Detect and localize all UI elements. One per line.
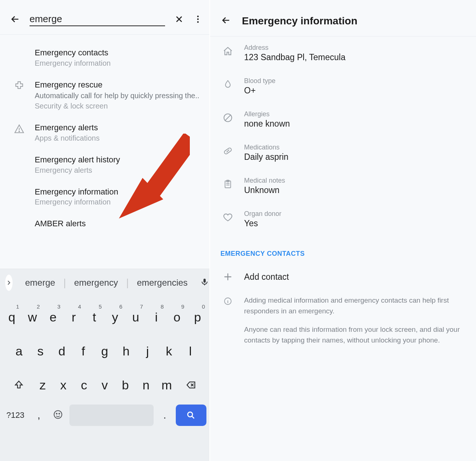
key-n[interactable]: n [137, 371, 155, 399]
mic-icon[interactable] [200, 278, 209, 288]
shift-key[interactable] [7, 371, 31, 399]
info-value: O+ [244, 86, 275, 96]
back-arrow-icon[interactable] [10, 14, 21, 26]
info-row-organdonor[interactable]: Organ donor Yes [218, 203, 469, 236]
add-contact-label: Add contact [244, 272, 289, 282]
svg-point-8 [59, 413, 59, 414]
svg-point-1 [197, 18, 199, 20]
key-k[interactable]: k [160, 337, 178, 365]
suggestion[interactable]: emergencies [129, 278, 196, 288]
suggestion[interactable]: emergency [66, 278, 126, 288]
result-source: Apps & notifications [35, 134, 100, 142]
key-g[interactable]: g [96, 337, 114, 365]
result-item[interactable]: Emergency alerts Apps & notifications [11, 116, 209, 148]
section-header: EMERGENCY CONTACTS [210, 236, 476, 261]
key-o[interactable]: o9 [168, 303, 186, 331]
result-source: Emergency alerts [35, 166, 120, 175]
info-label: Allergies [244, 110, 290, 118]
clear-icon[interactable] [174, 14, 184, 26]
info-label: Medical notes [244, 177, 285, 185]
svg-point-3 [19, 131, 20, 132]
key-f[interactable]: f [74, 337, 93, 365]
info-header: Emergency information [210, 0, 476, 37]
key-s[interactable]: s [31, 337, 50, 365]
key-t[interactable]: t5 [86, 303, 103, 331]
space-key[interactable] [69, 405, 154, 426]
info-row-address[interactable]: Address 123 Sandbag Pl, Temecula [218, 37, 469, 70]
svg-point-0 [197, 16, 199, 17]
info-label: Blood type [244, 77, 275, 85]
medical-icon [11, 79, 27, 91]
key-e[interactable]: e3 [44, 303, 62, 331]
key-j[interactable]: j [138, 337, 157, 365]
info-row-bloodtype[interactable]: Blood type O+ [218, 70, 469, 103]
plus-icon [220, 272, 235, 282]
key-z[interactable]: z [34, 371, 52, 399]
separator: | [63, 277, 66, 289]
result-description: Automatically call for help by quickly p… [35, 90, 199, 101]
suggestion-bar: emerge | emergency | emergencies [0, 269, 209, 296]
expand-icon[interactable] [5, 275, 13, 291]
result-item[interactable]: Emergency information Emergency informat… [11, 180, 209, 213]
key-v[interactable]: v [96, 371, 114, 399]
svg-point-6 [54, 411, 62, 419]
info-value: none known [244, 119, 290, 129]
none-icon [220, 110, 235, 123]
suggestion[interactable]: emerge [17, 278, 63, 288]
info-row-allergies[interactable]: Allergies none known [218, 103, 469, 136]
back-arrow-icon[interactable] [220, 15, 232, 27]
info-pane: Emergency information Address 123 Sandba… [209, 0, 476, 461]
key-row: a s d f g h j k l [3, 337, 206, 365]
key-w[interactable]: w2 [24, 303, 41, 331]
info-value: Unknown [244, 185, 285, 195]
svg-point-7 [56, 413, 57, 414]
key-u[interactable]: u7 [127, 303, 144, 331]
info-label: Address [244, 44, 346, 52]
key-q[interactable]: q1 [3, 303, 21, 331]
key-a[interactable]: a [10, 337, 28, 365]
keyboard: q1 w2 e3 r4 t5 y6 u7 i8 o9 p0 a s d f g … [0, 296, 209, 461]
key-b[interactable]: b [117, 371, 134, 399]
search-header: emerge [0, 0, 209, 35]
more-icon[interactable] [193, 14, 203, 25]
note-text: Adding medical information and emergency… [244, 295, 466, 316]
result-title: Emergency rescue [35, 79, 199, 90]
page-title: Emergency information [242, 15, 357, 27]
info-label: Organ donor [244, 210, 281, 218]
result-item[interactable]: Emergency rescue Automatically call for … [11, 73, 209, 117]
symbols-key[interactable]: ?123 [3, 410, 28, 420]
comma-key[interactable]: , [31, 409, 46, 421]
key-c[interactable]: c [75, 371, 93, 399]
add-contact-button[interactable]: Add contact [210, 261, 476, 292]
key-r[interactable]: r4 [65, 303, 83, 331]
result-item[interactable]: Emergency alert history Emergency alerts [11, 148, 209, 180]
key-row: ?123 , . [3, 405, 206, 426]
drop-icon [220, 77, 235, 89]
dot-key[interactable]: . [157, 409, 172, 421]
key-p[interactable]: p0 [189, 303, 206, 331]
info-value: Daily asprin [244, 152, 288, 162]
separator: | [126, 277, 129, 289]
key-row: z x c v b n m [3, 371, 206, 399]
info-icon [220, 295, 235, 306]
search-icon [11, 218, 27, 220]
key-h[interactable]: h [117, 337, 136, 365]
result-item[interactable]: AMBER alerts [11, 212, 209, 235]
result-title: Emergency alert history [35, 154, 120, 165]
search-key[interactable] [176, 405, 206, 426]
info-value: Yes [244, 219, 281, 228]
key-x[interactable]: x [55, 371, 72, 399]
info-row-medications[interactable]: Medications Daily asprin [218, 136, 469, 169]
key-d[interactable]: d [53, 337, 71, 365]
result-item[interactable]: Emergency contacts Emergency information [11, 41, 209, 73]
info-row-medicalnotes[interactable]: Medical notes Unknown [218, 169, 469, 203]
key-i[interactable]: i8 [147, 303, 165, 331]
key-l[interactable]: l [181, 337, 200, 365]
emoji-key[interactable] [50, 409, 66, 421]
backspace-key[interactable] [179, 371, 203, 399]
search-input[interactable]: emerge [30, 13, 165, 26]
info-label: Medications [244, 144, 288, 151]
search-pane: emerge Emergency contacts Emergency info… [0, 0, 209, 461]
key-y[interactable]: y6 [106, 303, 124, 331]
key-m[interactable]: m [158, 371, 176, 399]
